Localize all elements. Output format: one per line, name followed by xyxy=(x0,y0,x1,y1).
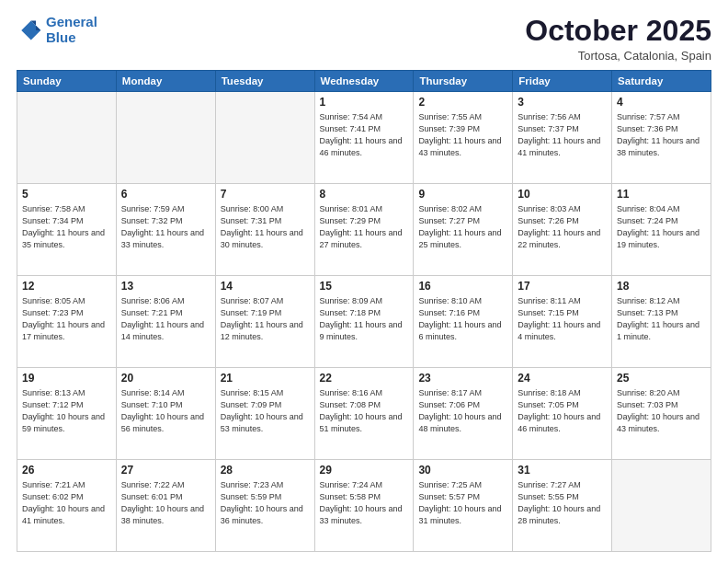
day-number: 4 xyxy=(617,96,706,109)
day-info: Sunrise: 8:04 AM Sunset: 7:24 PM Dayligh… xyxy=(617,203,706,251)
calendar-cell: 7Sunrise: 8:00 AM Sunset: 7:31 PM Daylig… xyxy=(215,184,314,276)
calendar-cell: 30Sunrise: 7:25 AM Sunset: 5:57 PM Dayli… xyxy=(414,460,513,552)
location: Tortosa, Catalonia, Spain xyxy=(525,49,711,63)
calendar-cell xyxy=(17,92,117,184)
day-number: 22 xyxy=(320,372,409,385)
calendar-cell: 17Sunrise: 8:11 AM Sunset: 7:15 PM Dayli… xyxy=(513,276,612,368)
month-title: October 2025 xyxy=(525,15,711,47)
day-info: Sunrise: 8:17 AM Sunset: 7:06 PM Dayligh… xyxy=(418,387,507,435)
day-number: 28 xyxy=(221,464,310,477)
day-number: 17 xyxy=(518,280,607,293)
day-number: 2 xyxy=(418,96,507,109)
day-info: Sunrise: 7:57 AM Sunset: 7:36 PM Dayligh… xyxy=(617,111,706,159)
day-info: Sunrise: 8:02 AM Sunset: 7:27 PM Dayligh… xyxy=(418,203,507,251)
calendar-cell xyxy=(612,460,711,552)
day-number: 6 xyxy=(121,188,210,201)
day-number: 11 xyxy=(617,188,706,201)
day-info: Sunrise: 8:00 AM Sunset: 7:31 PM Dayligh… xyxy=(221,203,310,251)
weekday-header-row: SundayMondayTuesdayWednesdayThursdayFrid… xyxy=(17,71,711,92)
day-info: Sunrise: 8:18 AM Sunset: 7:05 PM Dayligh… xyxy=(518,387,607,435)
day-number: 31 xyxy=(518,464,607,477)
calendar-cell: 6Sunrise: 7:59 AM Sunset: 7:32 PM Daylig… xyxy=(116,184,215,276)
day-info: Sunrise: 7:23 AM Sunset: 5:59 PM Dayligh… xyxy=(221,479,310,527)
day-number: 1 xyxy=(320,96,409,109)
day-info: Sunrise: 8:16 AM Sunset: 7:08 PM Dayligh… xyxy=(320,387,409,435)
calendar-cell: 24Sunrise: 8:18 AM Sunset: 7:05 PM Dayli… xyxy=(513,368,612,460)
weekday-header: Sunday xyxy=(17,71,117,92)
day-number: 15 xyxy=(320,280,409,293)
calendar-cell: 13Sunrise: 8:06 AM Sunset: 7:21 PM Dayli… xyxy=(116,276,215,368)
day-info: Sunrise: 8:15 AM Sunset: 7:09 PM Dayligh… xyxy=(221,387,310,435)
calendar-cell: 3Sunrise: 7:56 AM Sunset: 7:37 PM Daylig… xyxy=(513,92,612,184)
day-info: Sunrise: 8:03 AM Sunset: 7:26 PM Dayligh… xyxy=(518,203,607,251)
day-number: 19 xyxy=(22,372,111,385)
calendar-cell: 15Sunrise: 8:09 AM Sunset: 7:18 PM Dayli… xyxy=(314,276,414,368)
day-number: 7 xyxy=(221,188,310,201)
day-info: Sunrise: 8:13 AM Sunset: 7:12 PM Dayligh… xyxy=(22,387,111,435)
day-number: 16 xyxy=(418,280,507,293)
day-info: Sunrise: 8:01 AM Sunset: 7:29 PM Dayligh… xyxy=(320,203,409,251)
calendar-week-row: 26Sunrise: 7:21 AM Sunset: 6:02 PM Dayli… xyxy=(17,460,711,552)
day-info: Sunrise: 8:12 AM Sunset: 7:13 PM Dayligh… xyxy=(617,295,706,343)
weekday-header: Monday xyxy=(116,71,215,92)
day-number: 23 xyxy=(418,372,507,385)
calendar-cell: 5Sunrise: 7:58 AM Sunset: 7:34 PM Daylig… xyxy=(17,184,117,276)
calendar-cell: 27Sunrise: 7:22 AM Sunset: 6:01 PM Dayli… xyxy=(116,460,215,552)
day-info: Sunrise: 8:07 AM Sunset: 7:19 PM Dayligh… xyxy=(221,295,310,343)
calendar-cell: 21Sunrise: 8:15 AM Sunset: 7:09 PM Dayli… xyxy=(215,368,314,460)
day-info: Sunrise: 7:54 AM Sunset: 7:41 PM Dayligh… xyxy=(320,111,409,159)
calendar-cell: 10Sunrise: 8:03 AM Sunset: 7:26 PM Dayli… xyxy=(513,184,612,276)
calendar-cell: 26Sunrise: 7:21 AM Sunset: 6:02 PM Dayli… xyxy=(17,460,117,552)
calendar-cell: 8Sunrise: 8:01 AM Sunset: 7:29 PM Daylig… xyxy=(314,184,414,276)
title-block: October 2025 Tortosa, Catalonia, Spain xyxy=(525,15,711,63)
calendar-cell: 19Sunrise: 8:13 AM Sunset: 7:12 PM Dayli… xyxy=(17,368,117,460)
weekday-header: Wednesday xyxy=(314,71,414,92)
day-info: Sunrise: 7:21 AM Sunset: 6:02 PM Dayligh… xyxy=(22,479,111,527)
weekday-header: Thursday xyxy=(414,71,513,92)
day-info: Sunrise: 8:11 AM Sunset: 7:15 PM Dayligh… xyxy=(518,295,607,343)
calendar-cell: 14Sunrise: 8:07 AM Sunset: 7:19 PM Dayli… xyxy=(215,276,314,368)
weekday-header: Saturday xyxy=(612,71,711,92)
day-info: Sunrise: 7:22 AM Sunset: 6:01 PM Dayligh… xyxy=(121,479,210,527)
calendar-cell: 4Sunrise: 7:57 AM Sunset: 7:36 PM Daylig… xyxy=(612,92,711,184)
calendar-week-row: 5Sunrise: 7:58 AM Sunset: 7:34 PM Daylig… xyxy=(17,184,711,276)
day-number: 9 xyxy=(418,188,507,201)
day-info: Sunrise: 7:25 AM Sunset: 5:57 PM Dayligh… xyxy=(418,479,507,527)
day-info: Sunrise: 7:27 AM Sunset: 5:55 PM Dayligh… xyxy=(518,479,607,527)
day-info: Sunrise: 7:24 AM Sunset: 5:58 PM Dayligh… xyxy=(320,479,409,527)
day-number: 26 xyxy=(22,464,111,477)
day-number: 13 xyxy=(121,280,210,293)
day-number: 30 xyxy=(418,464,507,477)
calendar-cell xyxy=(116,92,215,184)
day-number: 20 xyxy=(121,372,210,385)
day-number: 29 xyxy=(320,464,409,477)
day-info: Sunrise: 8:05 AM Sunset: 7:23 PM Dayligh… xyxy=(22,295,111,343)
day-info: Sunrise: 8:06 AM Sunset: 7:21 PM Dayligh… xyxy=(121,295,210,343)
calendar-cell: 11Sunrise: 8:04 AM Sunset: 7:24 PM Dayli… xyxy=(612,184,711,276)
weekday-header: Tuesday xyxy=(215,71,314,92)
day-info: Sunrise: 8:09 AM Sunset: 7:18 PM Dayligh… xyxy=(320,295,409,343)
calendar-cell: 28Sunrise: 7:23 AM Sunset: 5:59 PM Dayli… xyxy=(215,460,314,552)
logo-icon xyxy=(17,17,42,43)
day-info: Sunrise: 7:56 AM Sunset: 7:37 PM Dayligh… xyxy=(518,111,607,159)
calendar-cell: 31Sunrise: 7:27 AM Sunset: 5:55 PM Dayli… xyxy=(513,460,612,552)
weekday-header: Friday xyxy=(513,71,612,92)
day-info: Sunrise: 8:20 AM Sunset: 7:03 PM Dayligh… xyxy=(617,387,706,435)
calendar-cell: 20Sunrise: 8:14 AM Sunset: 7:10 PM Dayli… xyxy=(116,368,215,460)
day-number: 21 xyxy=(221,372,310,385)
calendar-cell: 2Sunrise: 7:55 AM Sunset: 7:39 PM Daylig… xyxy=(414,92,513,184)
day-number: 12 xyxy=(22,280,111,293)
day-info: Sunrise: 7:58 AM Sunset: 7:34 PM Dayligh… xyxy=(22,203,111,251)
calendar-week-row: 1Sunrise: 7:54 AM Sunset: 7:41 PM Daylig… xyxy=(17,92,711,184)
calendar-cell: 29Sunrise: 7:24 AM Sunset: 5:58 PM Dayli… xyxy=(314,460,414,552)
day-number: 5 xyxy=(22,188,111,201)
calendar-week-row: 12Sunrise: 8:05 AM Sunset: 7:23 PM Dayli… xyxy=(17,276,711,368)
calendar-cell: 25Sunrise: 8:20 AM Sunset: 7:03 PM Dayli… xyxy=(612,368,711,460)
day-number: 27 xyxy=(121,464,210,477)
day-number: 18 xyxy=(617,280,706,293)
calendar-cell xyxy=(215,92,314,184)
calendar-cell: 9Sunrise: 8:02 AM Sunset: 7:27 PM Daylig… xyxy=(414,184,513,276)
day-number: 3 xyxy=(518,96,607,109)
calendar-cell: 18Sunrise: 8:12 AM Sunset: 7:13 PM Dayli… xyxy=(612,276,711,368)
calendar-table: SundayMondayTuesdayWednesdayThursdayFrid… xyxy=(17,70,711,552)
